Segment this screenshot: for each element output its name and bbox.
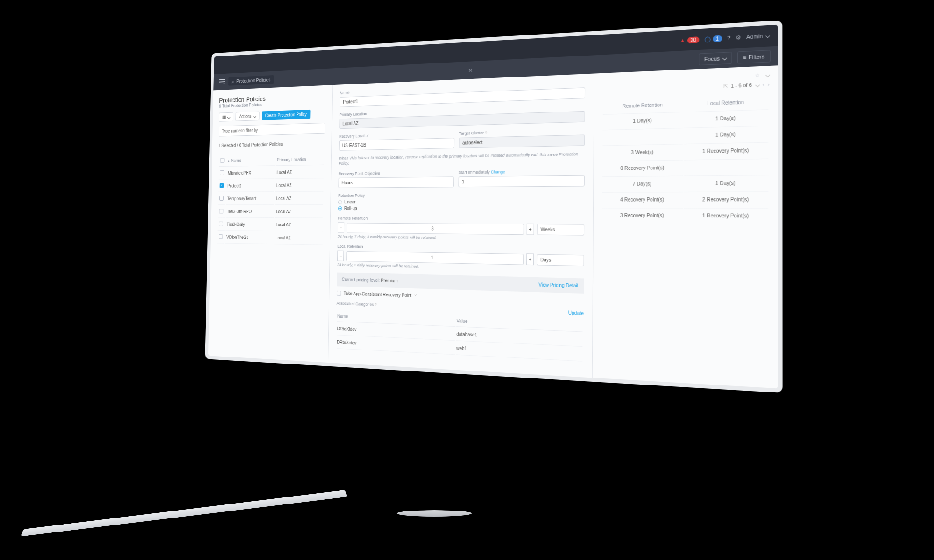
- row-location: Local AZ: [274, 206, 323, 218]
- chevron-down-icon[interactable]: [765, 73, 770, 77]
- pricing-box: Current pricing level: Premium View Pric…: [337, 273, 584, 294]
- table-row[interactable]: Tier2-3hr-RPOLocal AZ: [218, 206, 323, 218]
- local-retention-cell: 1 Day(s): [684, 109, 768, 127]
- target-cluster-label: Target Cluster ?: [459, 128, 585, 136]
- actions-dropdown[interactable]: Actions: [235, 112, 259, 121]
- table-row: 0 Recovery Point(s): [602, 159, 768, 176]
- alerts-badge[interactable]: ▲ 20: [680, 36, 700, 44]
- retention-table: Remote Retention Local Retention 1 Day(s…: [601, 93, 769, 224]
- left-panel: Protection Policies 6 Total Protection P…: [208, 85, 333, 363]
- focus-dropdown[interactable]: Focus: [699, 52, 732, 65]
- remote-ret-minus[interactable]: −: [338, 223, 345, 233]
- table-row[interactable]: Tier3-DailyLocal AZ: [218, 218, 323, 231]
- local-retention-cell: 2 Recovery Point(s): [684, 191, 768, 207]
- app-consistent-label: Take App-Consistent Recovery Point: [344, 291, 412, 298]
- remote-ret-note: 24 hourly, 7 daily, 3 weekly recovery po…: [338, 234, 584, 242]
- remote-ret-unit-select[interactable]: [537, 224, 585, 236]
- select-all-checkbox[interactable]: [220, 158, 225, 163]
- local-ret-minus[interactable]: −: [337, 251, 344, 261]
- row-name: Protect1: [226, 180, 274, 192]
- retention-linear-radio[interactable]: Linear: [338, 199, 585, 205]
- help-icon[interactable]: ?: [375, 302, 377, 307]
- remote-ret-value[interactable]: [347, 223, 524, 235]
- search-box[interactable]: ⌕ Protection Policies: [228, 75, 274, 86]
- gear-icon[interactable]: ⚙: [736, 34, 741, 41]
- breadcrumb: Protection Policies: [236, 77, 271, 84]
- assoc-categories-label: Associated Categories ?: [337, 301, 377, 307]
- help-icon[interactable]: ?: [414, 293, 417, 298]
- export-icon[interactable]: ⇱: [723, 83, 728, 89]
- table-row: 7 Day(s)1 Day(s): [602, 175, 768, 191]
- chevron-down-icon: [722, 56, 727, 60]
- row-checkbox[interactable]: [219, 209, 223, 213]
- row-checkbox[interactable]: [220, 170, 224, 175]
- remote-retention-cell: 4 Recovery Point(s): [602, 192, 683, 207]
- start-immediately-label: Start Immediately Change: [459, 168, 585, 175]
- user-menu[interactable]: Admin: [746, 33, 770, 40]
- row-location: Local AZ: [274, 232, 323, 245]
- row-location: Local AZ: [275, 179, 323, 192]
- table-row[interactable]: VDIonTheGoLocal AZ: [217, 231, 323, 245]
- table-row[interactable]: MigratetoPHXLocal AZ: [219, 166, 324, 180]
- bell-icon: ▲: [680, 37, 686, 43]
- table-row[interactable]: TemporaryTenantLocal AZ: [218, 192, 324, 205]
- assoc-categories-table: Name Value DRtoXidevdatabase1DRtoXidevwe…: [336, 310, 584, 363]
- main-content: Protection Policies 6 Total Protection P…: [208, 65, 778, 388]
- row-name: Tier3-Daily: [225, 218, 273, 231]
- recovery-location-select[interactable]: [339, 138, 455, 151]
- local-retention-cell: 1 Recovery Point(s): [684, 208, 768, 223]
- change-link[interactable]: Change: [491, 170, 505, 175]
- remote-retention-cell: 1 Day(s): [603, 112, 683, 129]
- col-name[interactable]: ▸ Name: [226, 154, 275, 167]
- retention-policy-label: Retention Policy: [338, 192, 585, 198]
- help-icon[interactable]: ?: [485, 130, 487, 135]
- star-icon[interactable]: ☆: [755, 72, 759, 78]
- grid-view-button[interactable]: ▦: [219, 112, 234, 122]
- chevron-down-icon[interactable]: [756, 83, 760, 87]
- pager-range: 1 - 6 of 6: [731, 82, 752, 89]
- col-primary-location[interactable]: Primary Location: [275, 154, 324, 166]
- remote-ret-plus[interactable]: +: [526, 224, 534, 235]
- remote-retention-cell: 7 Day(s): [602, 176, 683, 191]
- local-ret-unit-select[interactable]: [537, 254, 584, 266]
- chevron-down-icon: [253, 114, 256, 118]
- create-policy-button[interactable]: Create Protection Policy: [262, 110, 311, 120]
- row-checkbox[interactable]: [220, 183, 224, 188]
- row-checkbox[interactable]: [219, 222, 223, 226]
- retention-rollup-radio[interactable]: Roll-up: [338, 206, 585, 211]
- local-ret-plus[interactable]: +: [526, 254, 534, 266]
- local-retention-cell: 1 Day(s): [684, 175, 768, 191]
- close-icon[interactable]: ✕: [468, 67, 473, 74]
- table-row: 1 Day(s): [603, 126, 769, 144]
- app-consistent-checkbox[interactable]: [337, 291, 341, 296]
- tasks-icon: ◯: [704, 35, 710, 42]
- tasks-badge[interactable]: ◯ 1: [704, 35, 722, 42]
- target-cluster-select[interactable]: [459, 135, 585, 148]
- table-row[interactable]: Protect1Local AZ: [218, 179, 324, 192]
- pager: ⇱ 1 - 6 of 6 ‹ ›: [602, 82, 769, 93]
- help-icon[interactable]: ?: [727, 35, 730, 41]
- pager-next[interactable]: ›: [768, 82, 770, 87]
- row-location: Local AZ: [275, 166, 324, 179]
- local-retention-cell: [684, 159, 768, 175]
- remote-retention-cell: 3 Recovery Point(s): [602, 208, 683, 223]
- local-ret-value[interactable]: [347, 251, 524, 265]
- row-name: VDIonTheGo: [225, 231, 274, 244]
- hamburger-icon[interactable]: [219, 79, 225, 84]
- table-row: 3 Week(s)1 Recovery Point(s): [602, 142, 768, 160]
- search-icon: ⌕: [232, 79, 234, 84]
- rpo-value-input[interactable]: [458, 175, 584, 188]
- filters-button[interactable]: ≡ Filters: [737, 50, 770, 63]
- rpo-unit-select[interactable]: [338, 177, 454, 188]
- row-name: Tier2-3hr-RPO: [226, 206, 274, 218]
- row-checkbox[interactable]: [219, 234, 223, 239]
- remote-retention-label: Remote Retention: [338, 216, 584, 222]
- filter-input[interactable]: [219, 123, 325, 137]
- update-categories-link[interactable]: Update: [568, 310, 584, 316]
- pager-prev[interactable]: ‹: [763, 82, 764, 87]
- keyboard: [21, 490, 347, 536]
- row-checkbox[interactable]: [219, 196, 224, 201]
- remote-retention-cell: 0 Recovery Point(s): [602, 160, 683, 175]
- view-pricing-link[interactable]: View Pricing Detail: [538, 282, 578, 289]
- policies-table: ▸ Name Primary Location MigratetoPHXLoca…: [216, 153, 325, 245]
